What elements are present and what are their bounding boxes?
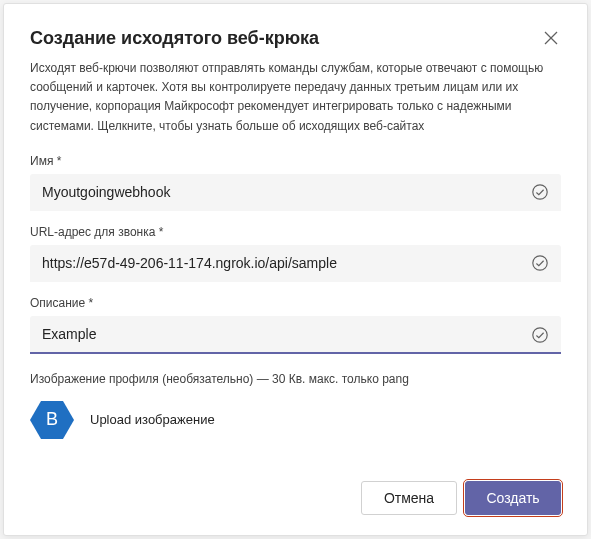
profile-image-section: Изображение профиля (необязательно) — 30… [30,372,561,442]
url-input[interactable] [30,245,561,282]
close-icon [544,31,558,45]
url-field-group: URL-адрес для звонка * [30,225,561,282]
dialog-header: Создание исходятого веб-крюка [30,28,561,49]
check-icon [531,326,549,344]
url-label: URL-адрес для звонка * [30,225,561,239]
create-webhook-dialog: Создание исходятого веб-крюка Исходят ве… [3,3,588,536]
profile-row: B Upload изображение [30,398,561,442]
check-icon [531,183,549,201]
dialog-description: Исходят веб-крючи позволяют отправлять к… [30,59,561,136]
avatar[interactable]: B [30,398,74,442]
create-button[interactable]: Создать [465,481,561,515]
svg-point-2 [533,185,547,199]
description-input-wrap [30,316,561,354]
svg-point-4 [533,328,547,342]
check-icon [531,254,549,272]
name-input[interactable] [30,174,561,211]
cancel-button[interactable]: Отмена [361,481,457,515]
description-label: Описание * [30,296,561,310]
description-field-group: Описание * [30,296,561,354]
avatar-letter: B [46,409,58,430]
name-label: Имя * [30,154,561,168]
close-button[interactable] [541,28,561,48]
svg-point-3 [533,256,547,270]
name-input-wrap [30,174,561,211]
dialog-footer: Отмена Создать [30,465,561,515]
url-input-wrap [30,245,561,282]
description-input[interactable] [30,316,561,354]
dialog-title: Создание исходятого веб-крюка [30,28,319,49]
upload-image-link[interactable]: Upload изображение [90,412,215,427]
name-field-group: Имя * [30,154,561,211]
profile-image-label: Изображение профиля (необязательно) — 30… [30,372,561,386]
